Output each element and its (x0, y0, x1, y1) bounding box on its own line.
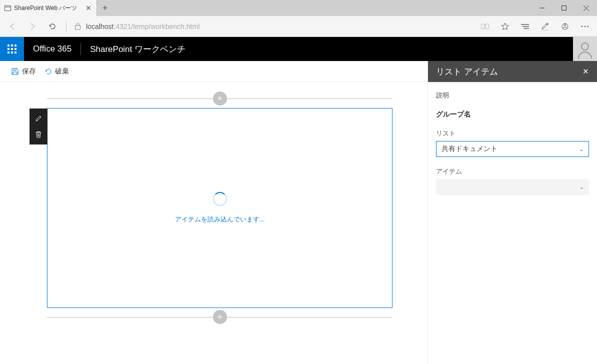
pane-group-label: グループ名 (436, 110, 589, 119)
hub-icon[interactable] (516, 18, 534, 36)
discard-button[interactable]: 破棄 (40, 61, 73, 82)
refresh-button[interactable] (43, 17, 62, 36)
minimize-button[interactable] (531, 0, 553, 16)
save-button[interactable]: 保存 (7, 61, 40, 82)
new-tab-button[interactable]: + (97, 0, 113, 16)
close-window-button[interactable] (575, 0, 597, 16)
svg-point-16 (588, 26, 589, 27)
item-dropdown[interactable]: ⌄ (436, 179, 589, 195)
edit-webpart-button[interactable] (30, 110, 48, 126)
webpart-toolbar (30, 108, 48, 144)
suite-header: Office 365 SharePoint ワークベンチ (0, 37, 597, 61)
undo-icon (44, 68, 52, 76)
tab-close-button[interactable]: ✕ (84, 4, 92, 12)
workbench-title: SharePoint ワークベンチ (81, 44, 194, 55)
svg-point-17 (582, 43, 588, 50)
notes-icon[interactable] (536, 18, 554, 36)
property-pane-body: 説明 グループ名 リスト 共有ドキュメント ⌄ アイテム ⌄ (428, 82, 597, 214)
svg-rect-3 (562, 6, 566, 10)
svg-rect-6 (76, 26, 80, 30)
brand-label: Office 365 (24, 44, 80, 54)
loading-text: アイテムを読み込んでいます... (175, 215, 265, 224)
pane-title: リスト アイテム (436, 66, 498, 78)
list-dropdown-value: 共有ドキュメント (442, 144, 498, 154)
reading-view-icon[interactable] (476, 18, 494, 36)
page-icon (4, 4, 11, 12)
add-webpart-button-bottom[interactable]: + (213, 310, 227, 324)
svg-point-12 (562, 24, 568, 30)
webpart-selected[interactable]: アイテムを読み込んでいます... (47, 108, 392, 308)
maximize-button[interactable] (553, 0, 575, 16)
pane-description-label: 説明 (436, 91, 589, 100)
browser-titlebar: SharePoint Web パーツ ✕ + (0, 0, 597, 16)
user-avatar[interactable] (573, 37, 597, 61)
workbench-canvas-area: + アイテムを読み込んでいます... + (0, 82, 428, 364)
svg-point-10 (547, 23, 548, 24)
add-webpart-button-top[interactable]: + (213, 92, 227, 106)
browser-address-bar: localhost:4321/temp/workbench.html (0, 16, 597, 37)
discard-label: 破棄 (55, 67, 69, 76)
property-pane-header: リスト アイテム ✕ (428, 61, 597, 82)
chevron-down-icon: ⌄ (579, 146, 584, 152)
svg-point-13 (564, 24, 566, 26)
url-host: localhost (86, 22, 114, 30)
app-launcher[interactable] (0, 37, 24, 61)
list-field: リスト 共有ドキュメント ⌄ (436, 129, 589, 157)
chevron-down-icon: ⌄ (580, 184, 584, 190)
lock-icon (70, 22, 85, 30)
waffle-icon (8, 44, 16, 54)
canvas: + アイテムを読み込んでいます... + (47, 98, 392, 318)
save-icon (11, 68, 19, 76)
property-pane: リスト アイテム ✕ 説明 グループ名 リスト 共有ドキュメント ⌄ アイテム … (428, 61, 597, 364)
svg-point-14 (582, 26, 583, 27)
list-field-label: リスト (436, 129, 589, 138)
save-label: 保存 (22, 67, 36, 76)
list-dropdown[interactable]: 共有ドキュメント ⌄ (436, 141, 589, 157)
forward-button[interactable] (23, 17, 42, 36)
item-field-label: アイテム (436, 167, 589, 176)
share-icon[interactable] (556, 18, 574, 36)
svg-point-15 (584, 26, 586, 27)
tab-title: SharePoint Web パーツ (14, 4, 82, 12)
loading-spinner (213, 192, 227, 206)
favorite-icon[interactable] (496, 18, 514, 36)
pane-close-button[interactable]: ✕ (582, 67, 589, 76)
browser-tab[interactable]: SharePoint Web パーツ ✕ (0, 0, 97, 16)
back-button[interactable] (3, 17, 22, 36)
url-path: :4321/temp/workbench.html (114, 22, 200, 30)
delete-webpart-button[interactable] (30, 126, 48, 142)
svg-rect-0 (4, 6, 10, 10)
url-field[interactable]: localhost:4321/temp/workbench.html (86, 22, 475, 30)
window-controls (531, 0, 597, 16)
more-icon[interactable] (576, 18, 594, 36)
item-field: アイテム ⌄ (436, 167, 589, 195)
